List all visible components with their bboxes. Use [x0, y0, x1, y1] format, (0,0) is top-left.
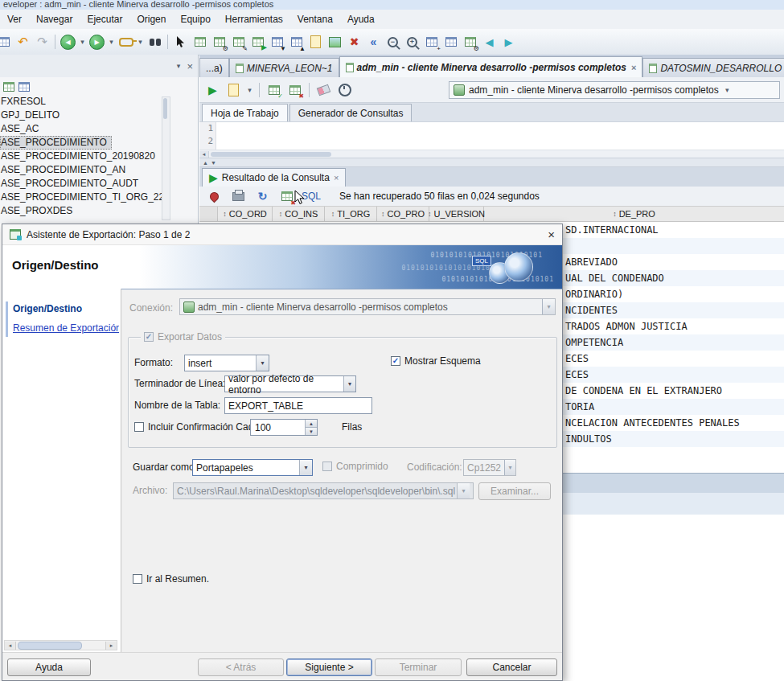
connections-key-icon[interactable] — [117, 33, 135, 51]
zoom-grid-icon[interactable]: + — [422, 33, 441, 51]
tree-item[interactable]: FXRESOL — [0, 95, 51, 109]
spin-down-icon[interactable]: ▼ — [306, 428, 317, 435]
column-header[interactable]: ↕ U_VERSION — [429, 207, 484, 221]
scrollbar-thumb[interactable] — [211, 152, 331, 157]
new-file-icon[interactable] — [306, 33, 325, 51]
navigator-scrollbar[interactable] — [162, 96, 170, 220]
tree-item[interactable]: ASE_PROCEDIMIENTO_TI_ORG_22 — [0, 191, 169, 204]
tree-item[interactable]: ASE_AC — [0, 122, 43, 136]
table-icon[interactable] — [191, 33, 209, 51]
image-icon[interactable] — [326, 33, 344, 51]
sql-editor[interactable]: 1 2 select * from clase_procedimiento wh… — [199, 122, 784, 158]
finish-button[interactable]: Terminar — [375, 658, 462, 676]
menu-item[interactable]: Ayuda — [340, 11, 382, 27]
editor-hscrollbar[interactable]: ◂ — [199, 150, 784, 158]
tree-item[interactable]: ASE_PROCEDIMIENTO — [0, 136, 112, 150]
connections-menu-icon[interactable]: ▾ — [136, 38, 145, 46]
zoom-out-icon[interactable]: − — [384, 33, 402, 51]
rollback-icon[interactable]: ✖ — [285, 80, 304, 99]
go-to-summary-checkbox[interactable]: Ir al Resumen. — [133, 573, 209, 585]
menu-item[interactable]: Herramientas — [218, 11, 290, 27]
column-header[interactable]: ↕ CO_INS — [273, 207, 325, 221]
column-header[interactable]: ↕ CO_PRO — [377, 207, 429, 221]
browse-button[interactable]: Examinar... — [478, 482, 551, 500]
back-button[interactable]: < Atrás — [198, 658, 284, 676]
line-terminator-combobox[interactable]: valor por defecto de entorno ▾ — [224, 375, 356, 392]
forward-icon[interactable]: ▶ — [88, 33, 106, 51]
window-titlebar[interactable]: eveloper : adm_min - cliente Minerva des… — [0, 0, 784, 10]
steps-hscrollbar[interactable]: ◂ ▸ — [4, 640, 117, 650]
panel-splitter[interactable]: ▲ ▼ — [199, 158, 784, 167]
close-panel-icon[interactable]: × — [187, 60, 193, 72]
search-binoculars-icon[interactable] — [146, 33, 164, 51]
tree-item[interactable]: ASE_PROCEDIMIENTO_AUDT — [0, 177, 143, 191]
tree-item[interactable]: ASE_PROCEDIMIENTO_20190820 — [0, 150, 160, 163]
run-script-icon[interactable] — [224, 80, 243, 99]
run-statement-icon[interactable]: ▶ — [203, 80, 222, 99]
step-origen-destino[interactable]: Origen/Destino — [13, 303, 82, 314]
find-grid-icon[interactable]: ⚙ — [461, 33, 479, 51]
scrollbar-thumb[interactable] — [18, 642, 82, 650]
splitter-up-icon[interactable]: ▲ — [203, 160, 208, 166]
undo-icon[interactable]: ↶ — [14, 33, 32, 51]
pin-icon[interactable] — [205, 187, 224, 206]
run-table-icon[interactable]: ▸ — [248, 33, 267, 51]
refresh-icon[interactable] — [3, 82, 14, 92]
show-schema-checkbox[interactable]: ✓ Mostrar Esquema — [391, 355, 481, 367]
tab-worksheet[interactable]: Hoja de Trabajo — [202, 104, 288, 121]
commit-every-checkbox[interactable]: Incluir Confirmación Cada — [134, 421, 259, 433]
tree-item[interactable]: ASE_PROCEDIMIENTO_AN — [0, 163, 130, 177]
format-combobox[interactable]: insert ▾ — [184, 355, 269, 371]
splitter-down-icon[interactable]: ▼ — [211, 160, 216, 166]
run-menu-icon[interactable]: ▾ — [245, 86, 254, 94]
next-button[interactable]: Siguiente > — [286, 658, 372, 676]
print-icon[interactable] — [229, 187, 248, 206]
menu-item[interactable]: Navegar — [29, 11, 80, 27]
tree-item[interactable]: GPJ_DELITO — [0, 109, 64, 122]
tab-partial[interactable]: ...a) — [199, 58, 229, 77]
connection-combobox[interactable]: adm_min - cliente Minerva desarrollo -pe… — [179, 298, 556, 315]
file-path-input[interactable]: C:\Users\Raul.Marina\Desktop\sqldevelope… — [173, 482, 474, 499]
layers-icon[interactable] — [18, 82, 30, 92]
tab-minerva-leon[interactable]: MINERVA_LEON~1 — [229, 58, 339, 77]
cancel-button[interactable]: Cancelar — [466, 658, 557, 676]
save-icon[interactable] — [0, 33, 13, 51]
nav-forward-icon[interactable]: ▶ — [499, 33, 518, 51]
step-resumen-exportacion[interactable]: Resumen de Exportación — [13, 322, 119, 334]
export-grid-icon[interactable] — [441, 33, 460, 51]
delete-grid-icon[interactable]: ✖ — [277, 187, 296, 206]
commit-every-stepper[interactable]: 100 ▲ ▼ — [250, 419, 318, 436]
delete-icon[interactable]: ✖ — [345, 33, 363, 51]
column-header[interactable]: ↕ DE_PRO — [484, 207, 784, 221]
history-icon[interactable] — [335, 80, 354, 99]
compressed-checkbox[interactable]: Comprimido — [322, 461, 388, 472]
help-button[interactable]: Ayuda — [7, 658, 91, 676]
spin-up-icon[interactable]: ▲ — [306, 420, 317, 428]
scroll-left-icon[interactable]: ◂ — [5, 642, 16, 650]
pointer-icon[interactable] — [171, 33, 190, 51]
refresh-icon[interactable]: ↻ — [253, 187, 272, 206]
menu-item[interactable]: Origen — [129, 11, 173, 27]
unpin-window-icon[interactable]: ▲ — [287, 33, 306, 51]
pin-window-icon[interactable]: ▼ — [268, 33, 286, 51]
nav-back-icon[interactable]: ◀ — [480, 33, 499, 51]
close-tab-icon[interactable]: × — [631, 63, 636, 72]
table-name-input[interactable]: EXPORT_TABLE — [224, 397, 372, 414]
menu-item[interactable]: Ventana — [290, 11, 340, 27]
menu-item[interactable]: Ejecutar — [80, 11, 129, 27]
save-as-combobox[interactable]: Portapapeles ▾ — [192, 459, 313, 476]
clear-worksheet-icon[interactable] — [314, 80, 333, 99]
tab-datosmin[interactable]: DATOSMIN_DESARROLLO × — [642, 58, 784, 77]
scrollbar-thumb[interactable] — [163, 98, 167, 119]
connection-selector[interactable]: adm_min - cliente Minerva desarrollo -pe… — [449, 81, 780, 99]
menu-item[interactable]: Equipo — [173, 11, 217, 27]
zoom-in-icon[interactable]: + — [403, 33, 421, 51]
column-header[interactable]: ↕ TI_ORG — [325, 207, 377, 221]
back-menu-icon[interactable]: ▾ — [78, 38, 87, 46]
tab-query-builder[interactable]: Generador de Consultas — [289, 104, 413, 121]
back-icon[interactable]: ◀ — [59, 33, 77, 51]
menu-item[interactable]: Ver — [0, 11, 29, 27]
table-search-icon[interactable]: ⚙ — [210, 33, 228, 51]
collapse-chevrons-icon[interactable]: « — [364, 33, 383, 51]
close-tab-icon[interactable]: × — [334, 173, 339, 183]
